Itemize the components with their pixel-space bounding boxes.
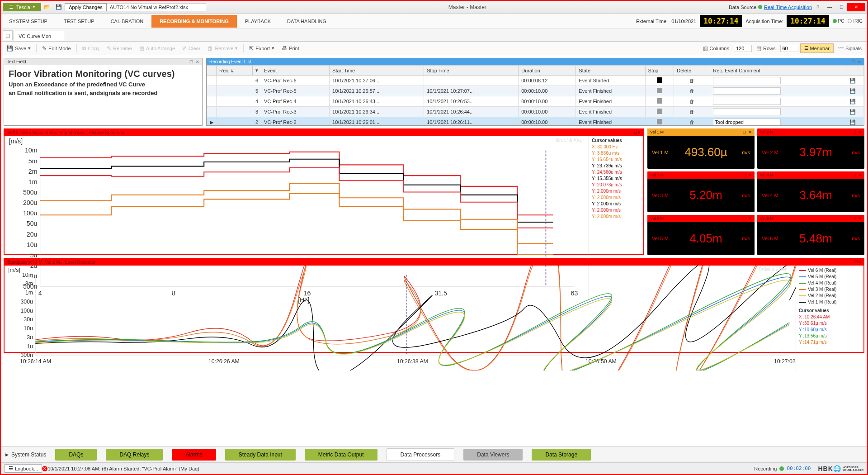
legend-item[interactable]: Vel 1 M (Real) [799, 299, 861, 305]
close-icon[interactable]: ✕ [196, 60, 199, 64]
comment-input[interactable] [713, 108, 781, 115]
system-status-toggle[interactable]: System Status [5, 451, 46, 458]
comment-input[interactable] [713, 87, 781, 95]
table-row[interactable]: 5 VC-Prof Rec-510/1/2021 10:26:57...10/1… [207, 86, 864, 96]
close-icon[interactable]: ✕ [859, 130, 862, 134]
level-chart[interactable]: Brüel & Kjær [m/s] 300n1u3u10u30u100u300… [5, 266, 796, 371]
pill-data-storage[interactable]: Data Storage [532, 449, 591, 461]
stop-button[interactable] [657, 88, 662, 93]
pc-radio[interactable]: PC [833, 19, 844, 24]
save-row-button[interactable]: 💾 [849, 109, 856, 114]
restore-icon[interactable]: ☐ [854, 260, 858, 264]
table-row[interactable]: ▶ 2 VC-Prof Rec-210/1/2021 10:26:01...10… [207, 117, 864, 126]
logbook-button[interactable]: ☰Logbook... [5, 464, 42, 473]
save-row-button[interactable]: 💾 [849, 119, 856, 125]
table-row[interactable]: 4 VC-Prof Rec-410/1/2021 10:26:43...10/1… [207, 96, 864, 107]
delete-button[interactable]: 🗑 [689, 109, 694, 114]
close-button[interactable]: ✕ [847, 3, 865, 11]
pill-steady-input[interactable]: Steady Data Input [225, 449, 296, 461]
restore-icon[interactable]: ☐ [853, 130, 856, 134]
comment-input[interactable] [713, 119, 781, 125]
legend-item[interactable]: Vel 3 M (Real) [799, 286, 861, 293]
stop-button[interactable] [657, 109, 662, 114]
export-button[interactable]: ⇱Export ▾ [246, 44, 277, 53]
comment-input[interactable] [713, 98, 781, 105]
delete-button[interactable]: 🗑 [689, 88, 694, 94]
close-icon[interactable]: ✕ [749, 216, 752, 220]
pill-data-viewers[interactable]: Data Viewers [463, 449, 523, 461]
close-icon[interactable]: ✕ [637, 130, 641, 135]
auto-arrange-button[interactable]: ▦Auto Arrange [137, 44, 178, 53]
save-row-button[interactable]: 💾 [849, 78, 856, 83]
help-button[interactable]: ? [813, 3, 822, 12]
tab-test-setup[interactable]: TEST SETUP [56, 15, 103, 28]
delete-button[interactable]: 🗑 [689, 99, 694, 104]
restore-icon[interactable]: ☐ [189, 60, 193, 64]
pill-metric-output[interactable]: Metric Data Output [305, 449, 377, 461]
print-button[interactable]: 🖶Print [279, 44, 302, 53]
tab-system-setup[interactable]: SYSTEM SETUP [1, 15, 56, 28]
irig-radio[interactable]: IRIG [848, 19, 863, 24]
pill-daq-relays[interactable]: DAQ Relays [106, 449, 163, 461]
tab-recording-monitoring[interactable]: RECORDING & MONITORING [151, 15, 237, 28]
legend-item[interactable]: Vel 2 M (Real) [799, 293, 861, 299]
table-row[interactable]: 6 VC-Prof Rec-610/1/2021 10:27:06...00:0… [207, 76, 864, 86]
svg-text:100u: 100u [21, 308, 33, 314]
rows-input[interactable] [780, 45, 798, 52]
close-icon[interactable]: ✕ [858, 260, 862, 264]
rename-button[interactable]: ✎Rename [104, 44, 135, 53]
tab-data-handling[interactable]: DATA HANDLING [279, 15, 335, 28]
pill-alarms[interactable]: Alarms [172, 449, 216, 461]
restore-icon[interactable]: ☐ [743, 216, 746, 220]
event-table[interactable]: Rec. #▾ Event Start Time Stop Time Durat… [207, 65, 864, 125]
window-title: Master - Master [206, 4, 729, 10]
restore-icon[interactable]: ☐ [743, 130, 746, 134]
tab-calibration[interactable]: CALIBRATION [103, 15, 152, 28]
close-icon[interactable]: ✕ [859, 173, 862, 177]
stop-button[interactable] [657, 98, 662, 104]
legend-item[interactable]: Vel 5 M (Real) [799, 274, 861, 280]
minimize-button[interactable]: — [824, 3, 835, 11]
close-icon[interactable]: ✕ [749, 173, 752, 177]
legend-item[interactable]: Vel 6 M (Real) [799, 267, 861, 274]
svg-text:5m: 5m [28, 157, 38, 165]
svg-text:30u: 30u [24, 316, 33, 323]
save-row-button[interactable]: 💾 [849, 99, 856, 104]
restore-icon[interactable]: ☐ [634, 130, 637, 135]
close-icon[interactable]: ✕ [859, 216, 862, 220]
delete-button[interactable]: 🗑 [689, 78, 694, 83]
close-icon[interactable]: ✕ [749, 130, 752, 134]
copy-button[interactable]: ⧉Copy [80, 44, 103, 53]
restore-icon[interactable]: ☐ [853, 173, 856, 177]
table-row[interactable]: 3 VC-Prof Rec-310/1/2021 10:26:34...10/1… [207, 107, 864, 117]
delete-button[interactable]: 🗑 [689, 119, 694, 125]
pill-data-processors[interactable]: Data Processors [387, 448, 455, 461]
svg-text:[m/s]: [m/s] [8, 267, 20, 273]
data-source-link[interactable]: Real-Time Acquisition [764, 5, 812, 10]
signals-button[interactable]: 〰Signals [835, 44, 864, 53]
app-menu-button[interactable]: Tescia [3, 3, 41, 11]
pill-daqs[interactable]: DAQs [55, 449, 97, 461]
columns-input[interactable] [734, 45, 752, 52]
tab-playback[interactable]: PLAYBACK [237, 15, 279, 28]
clear-button[interactable]: ✐Clear [179, 44, 203, 53]
maximize-button[interactable]: ☐ [835, 3, 847, 11]
doc-tab-vc-curve[interactable]: VC Curve Mon [14, 31, 64, 41]
restore-icon[interactable]: ☐ [851, 60, 855, 64]
new-doc-button[interactable]: ▢ [3, 30, 13, 40]
legend-item[interactable]: Vel 4 M (Real) [799, 280, 861, 286]
edit-mode-button[interactable]: ✎Edit Mode [39, 44, 74, 53]
close-icon[interactable]: ✕ [858, 60, 861, 64]
save-icon[interactable]: 💾 [54, 3, 63, 12]
stop-button[interactable] [657, 77, 662, 83]
restore-icon[interactable]: ☐ [853, 216, 856, 220]
menubar-button[interactable]: ☰Menubar [800, 43, 834, 53]
comment-input[interactable] [713, 77, 781, 84]
restore-icon[interactable]: ☐ [743, 173, 746, 177]
save-button[interactable]: 💾Save ▾ [4, 44, 33, 53]
save-row-button[interactable]: 💾 [849, 88, 856, 94]
open-icon[interactable]: 📂 [42, 3, 52, 12]
stop-button[interactable] [657, 119, 662, 124]
apply-changes-button[interactable]: Apply Changes [65, 3, 107, 11]
remove-button[interactable]: 🗑Remove ▾ [205, 44, 241, 53]
